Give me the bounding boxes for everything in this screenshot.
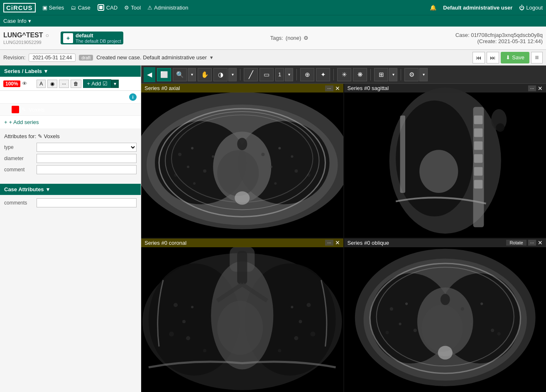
attr-input-type[interactable] [37,143,137,152]
save-button[interactable]: ⬇ Save [501,52,529,63]
location-tool-button[interactable]: ◉ [47,80,57,88]
svg-point-49 [186,336,190,340]
svg-point-20 [294,169,298,173]
menu-button[interactable]: ≡ [531,52,543,63]
logout-button[interactable]: ⏻ Logout [519,5,543,11]
coronal-close-button[interactable]: ✕ [335,240,340,246]
sagittal-more-button[interactable]: ··· [528,85,536,91]
svg-point-76 [497,332,500,335]
grid-dropdown-button[interactable]: ▾ [389,68,397,81]
add-dropdown-button[interactable]: ▾ [111,80,119,88]
series-labels-dropdown-icon[interactable]: ▾ [44,68,47,74]
case-attr-input-comments[interactable] [37,198,137,207]
revision-dropdown-icon[interactable]: ▾ [210,54,213,61]
series-name-0: Series #0 [16,94,40,100]
project-badge[interactable]: + default The default DB project [61,32,123,44]
toolbar-divider-3 [333,69,334,80]
toolbar-wand-group: ⊕ [300,68,314,81]
brush-tool-button[interactable]: ╱ [244,68,258,81]
case-info-dropdown[interactable]: Case Info ▾ [3,18,31,24]
axial-controls: ··· ✕ [325,85,340,91]
wand-tool-button[interactable]: ⊕ [300,68,314,81]
attr-input-comment[interactable] [37,165,137,174]
oblique-close-button[interactable]: ✕ [538,240,543,246]
search-dropdown-button[interactable]: ▾ [188,68,196,81]
svg-point-58 [291,306,293,308]
search-tool-button[interactable]: 🔍 [173,68,187,81]
svg-rect-37 [400,116,405,193]
top-navigation: CiRCUS ▣ Series 🗂 Case CAD ⚙ Tool ⚠ Admi… [0,0,546,15]
toolbar-search-group: 🔍 ▾ [173,68,196,81]
collapse-sidebar-button[interactable]: ◀ [144,67,155,82]
attr-input-diameter[interactable] [37,154,137,163]
toolbar-contrast-group: ◑ ▾ [213,68,237,81]
revision-value: 2021-05-31 12:44 [29,54,76,62]
star2-tool-button[interactable]: ❋ [353,68,367,81]
svg-point-70 [413,329,416,332]
add-main-button[interactable]: + Add ☑ [83,79,111,88]
svg-rect-33 [474,167,482,176]
text-tool-button[interactable]: A [37,80,46,88]
oblique-controls: Rotate ··· ✕ [506,240,543,246]
tags-settings-icon[interactable]: ⚙ [304,35,309,41]
viewport-coronal-label: Series #0 coronal ··· ✕ [141,239,343,247]
sagittal-label-text: Series #0 sagittal [348,85,389,91]
oblique-more-button[interactable]: ··· [528,240,536,246]
nav-case[interactable]: 🗂 Case [71,5,90,11]
notification-bell[interactable]: 🔔 [430,5,436,11]
settings-tool-button[interactable]: ⚙ [404,68,419,81]
revision-next-button[interactable]: ⏭ [487,52,499,63]
toolbar-star1-group: ✳ [337,68,351,81]
delete-tool-button[interactable]: 🗑 [71,80,81,88]
patient-header: LUNG^TEST ○ LUNG2019052299 + default The… [0,27,546,50]
size-dropdown-button[interactable]: ▾ [285,68,293,81]
patient-name: LUNG^TEST [3,32,43,39]
main-layout: Series / Labels ▾ 100% 👁 All A ◉ ··· 🗑 +… [0,66,546,392]
grid-tool-button[interactable]: ⊞ [374,68,388,81]
more-tool-button[interactable]: ··· [59,80,69,88]
case-attributes-section: Case Attributes ▾ comments [0,184,141,211]
viewport-axial-label: Series #0 axial ··· ✕ [141,84,343,93]
eraser-tool-button[interactable]: ▭ [260,68,274,81]
add-series-button[interactable]: + + Add series [0,116,141,129]
case-attributes-dropdown-icon[interactable]: ▾ [47,186,49,192]
axial-close-button[interactable]: ✕ [335,85,340,91]
toolbar-pan-group: ✋ [198,68,212,81]
nav-administration[interactable]: ⚠ Administration [147,5,188,11]
svg-point-73 [470,322,472,325]
svg-point-39 [496,123,504,132]
cad-icon [97,4,105,11]
series-labels-header: Series / Labels ▾ [0,66,141,77]
svg-point-51 [169,331,174,336]
nav-series[interactable]: ▣ Series [42,5,64,11]
eye-icon: 👁 [22,80,27,87]
revision-navigation: ⏮ ⏭ ⬇ Save ≡ [473,52,543,63]
svg-point-74 [480,302,483,305]
coronal-controls: ··· ✕ [325,240,340,246]
revision-first-button[interactable]: ⏮ [473,52,485,63]
series-info-badge[interactable]: i [129,93,137,101]
tags-section: Tags: (none) ⚙ [270,35,309,41]
settings-dropdown-button[interactable]: ▾ [419,68,428,81]
nav-tool[interactable]: ⚙ Tool [124,5,141,11]
svg-point-13 [203,169,206,173]
svg-point-50 [203,349,206,352]
svg-point-14 [212,155,214,158]
sagittal-close-button[interactable]: ✕ [538,85,543,91]
left-sidebar: Series / Labels ▾ 100% 👁 All A ◉ ··· 🗑 +… [0,66,141,392]
coronal-more-button[interactable]: ··· [325,240,333,246]
star1-tool-button[interactable]: ✳ [337,68,351,81]
attributes-pen-icon: ✎ [38,133,44,139]
contrast-tool-button[interactable]: ◑ [213,68,228,81]
project-name: default [76,32,121,39]
svg-point-52 [191,306,193,308]
pan-tool-button[interactable]: ✋ [198,68,212,81]
magic-tool-button[interactable]: ✦ [316,68,330,81]
axial-more-button[interactable]: ··· [325,85,333,91]
toolbar-divider-5 [401,69,401,80]
select-tool-button[interactable]: ⬜ [157,68,171,81]
series-icon: ▣ [42,5,47,11]
nav-cad[interactable]: CAD [97,4,118,11]
contrast-dropdown-button[interactable]: ▾ [228,68,237,81]
rotate-button[interactable]: Rotate [506,240,526,246]
